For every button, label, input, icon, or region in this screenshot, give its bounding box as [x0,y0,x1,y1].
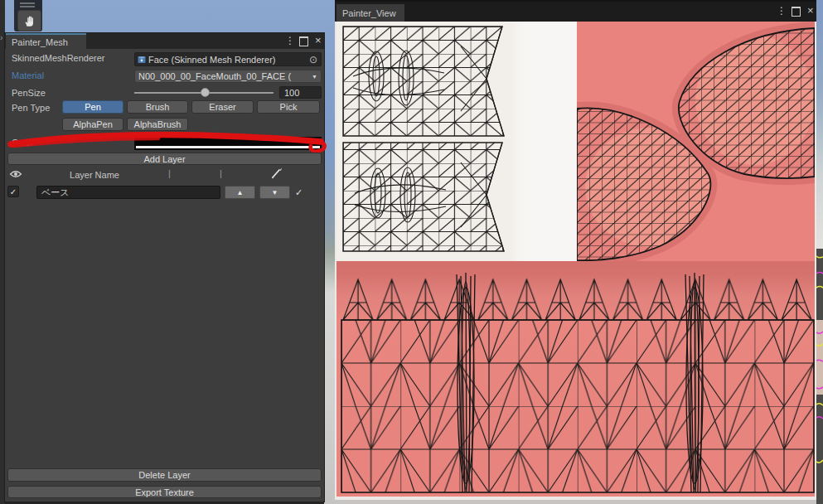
window-close-icon[interactable]: × [807,6,814,16]
visibility-eye-icon[interactable] [9,169,22,179]
window-menu-icon[interactable]: ⋮ [285,36,295,46]
pen-type-alphapen-button[interactable]: AlphaPen [62,118,123,131]
material-dropdown[interactable]: N00_000_00_FaceMouth_00_FACE ( ▼ [134,70,322,83]
face-wireframe [336,261,815,497]
layer-move-up-button[interactable]: ▲ [225,186,255,199]
pen-size-value-field[interactable]: 100 [279,86,322,99]
window-maximize-icon[interactable] [792,7,801,17]
pen-type-pick-button[interactable]: Pick [257,100,320,114]
material-label[interactable]: Material [12,69,44,83]
screen: › Painter_Mesh ⋮ × SkinnedMeshRenderer [0,0,823,504]
paintbrush-icon [269,167,283,180]
painter-view-title: Painter_View [342,8,396,18]
pen-type-pen-button[interactable]: Pen [62,100,123,114]
hand-tool-button[interactable] [17,10,41,32]
teeth-wireframe [336,22,577,261]
painter-view-window: Painter_View ⋮ × [335,2,816,500]
painter-view-titlebar[interactable]: Painter_View ⋮ × [335,2,816,22]
hand-tool-icon [22,13,37,28]
painter-mesh-title: Painter_Mesh [12,37,68,47]
right-edge-curves [816,249,823,504]
color-alpha-strip [136,146,320,148]
color-label: Color [12,136,33,150]
dropdown-arrow-icon: ▼ [312,74,317,80]
layer-move-down-button[interactable]: ▼ [259,186,290,199]
pen-type-brush-button[interactable]: Brush [127,100,188,114]
pen-type-eraser-button[interactable]: Eraser [191,100,254,114]
right-edge-background [816,0,823,249]
layer-name-field[interactable]: ベース [36,186,220,199]
panel-grabber[interactable] [20,6,35,7]
uv-region-face[interactable] [336,261,815,497]
skinned-mesh-renderer-icon [138,56,146,64]
add-layer-button[interactable]: Add Layer [7,153,322,165]
skinned-mesh-renderer-label: SkinnedMeshRenderer [12,51,105,65]
uv-region-teeth[interactable] [336,22,577,261]
panel-grabber[interactable] [20,2,35,4]
color-swatch-field[interactable] [134,137,322,150]
delete-layer-button[interactable]: Delete Layer [7,468,322,482]
header-separator: | [168,168,171,178]
header-separator: | [220,168,222,178]
pen-type-alphabrush-button[interactable]: AlphaBrush [127,118,188,131]
painter-view-tab[interactable]: Painter_View [336,4,404,22]
skinned-mesh-renderer-value: Face (Skinned Mesh Renderer) [148,55,306,65]
skinned-mesh-renderer-field[interactable]: Face (Skinned Mesh Renderer) ⊙ [134,52,322,66]
window-menu-icon[interactable]: ⋮ [777,6,787,16]
paint-canvas[interactable] [335,22,816,500]
pen-type-label: Pen Type [12,101,50,115]
painter-mesh-window: Painter_Mesh ⋮ × SkinnedMeshRenderer Fac… [5,33,324,502]
material-value: N00_000_00_FaceMouth_00_FACE ( [135,71,308,81]
tool-panel [14,0,42,32]
window-close-icon[interactable]: × [315,36,322,46]
export-texture-button[interactable]: Export Texture [7,486,322,498]
layer-visible-checkbox[interactable]: ✓ [7,186,19,197]
painter-mesh-tab[interactable]: Painter_Mesh [6,33,86,49]
layer-selected-check[interactable]: ✓ [295,186,303,199]
object-picker-icon[interactable]: ⊙ [309,54,317,65]
tongue-wireframe [577,22,815,261]
right-edge-panel [816,249,823,504]
pen-size-label: PenSize [12,86,46,100]
window-maximize-icon[interactable] [299,36,308,46]
layer-name-header: Layer Name [36,168,152,182]
painter-mesh-titlebar[interactable]: Painter_Mesh ⋮ × [5,33,324,49]
uv-region-tongue[interactable] [577,22,815,261]
pen-size-slider-handle[interactable] [201,88,210,97]
